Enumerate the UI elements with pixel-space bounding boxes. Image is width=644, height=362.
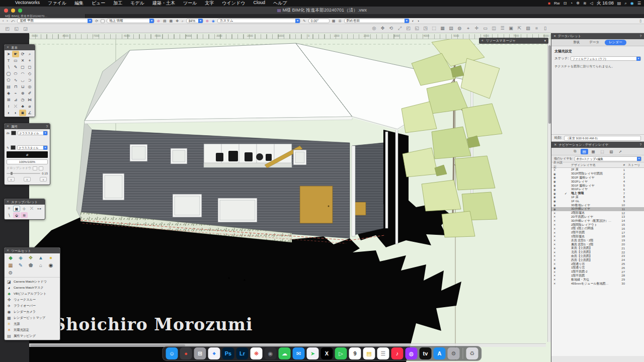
toolset-item[interactable]: ◪ Camera Matchシャドウ xyxy=(5,279,60,285)
visibility-icon[interactable]: ✕ xyxy=(553,168,565,171)
resource-manager-bar[interactable]: « リソースマネージャ ▾ xyxy=(479,38,548,44)
toolset-item[interactable]: ♣ VBビジュアルプラント xyxy=(5,291,60,297)
nav-tab-icon[interactable]: ➚ xyxy=(617,149,624,154)
visibility-icon[interactable]: ✕ xyxy=(553,258,565,261)
mode-icon[interactable]: ◫ xyxy=(491,26,497,31)
toolset-category-icon[interactable]: ⬟ xyxy=(26,261,36,269)
mode-icon[interactable]: ⬚ xyxy=(431,26,437,31)
snap-icon[interactable]: ⌗ xyxy=(6,206,13,212)
toolset-item[interactable]: ☀ 太陽光設定 xyxy=(5,327,60,333)
tool-icon[interactable]: ◻ xyxy=(26,64,33,70)
notes-status-icon[interactable]: ▤ xyxy=(617,1,621,6)
drawing-canvas[interactable]: -9000-8000-7000-6000-5000-4000-3000-2000… xyxy=(29,33,551,362)
pen-style-dropdown[interactable]: クラススタイル▼ xyxy=(17,145,48,150)
photoshop[interactable]: Ps xyxy=(222,347,234,359)
tool-icon[interactable]: ▭ xyxy=(12,57,19,64)
tool-icon[interactable]: ⌀ xyxy=(26,103,33,110)
visibility-icon[interactable]: ✕ xyxy=(553,239,565,242)
menu-icon[interactable]: ≡ xyxy=(554,33,556,39)
tool-icon[interactable]: ⋈ xyxy=(26,97,33,103)
toolset-item[interactable]: ✳ 光源 xyxy=(5,321,60,327)
snap-icon[interactable]: ⬙ xyxy=(13,212,20,218)
wifi-icon[interactable]: ≋ xyxy=(583,1,587,6)
mode-icon[interactable]: ◎ xyxy=(371,26,377,31)
lightroom[interactable]: Lr xyxy=(236,347,249,359)
tool-icon[interactable]: ⊕ xyxy=(19,90,26,97)
toolset-category-icon[interactable]: ❖ xyxy=(26,254,36,261)
tool-icon[interactable]: ◗ xyxy=(12,110,19,116)
mode-icon[interactable]: ✥ xyxy=(379,26,386,31)
menu-item[interactable]: Cloud xyxy=(249,0,269,7)
tool-icon[interactable]: ⊔ xyxy=(19,83,26,90)
menu-item[interactable]: 建築・土木 xyxy=(148,0,179,7)
visibility-icon[interactable]: ✕ xyxy=(553,215,565,218)
tool-icon[interactable]: ⌖ xyxy=(26,57,33,64)
toolset-category-icon[interactable]: ◆ xyxy=(6,254,16,261)
tool-icon[interactable]: ◯ xyxy=(5,70,12,77)
tool-icon[interactable]: ✎ xyxy=(12,64,19,70)
visibility-icon[interactable]: ◉ xyxy=(553,200,565,203)
mode-icon[interactable]: ☰ xyxy=(499,26,506,31)
mode-icon[interactable]: ⇱ xyxy=(516,26,523,31)
nav-tab-icon[interactable]: ▦ xyxy=(590,149,597,154)
close-icon[interactable]: ✕ xyxy=(7,248,9,253)
time-field[interactable]: （東京 3/20 6:00 AM-3） xyxy=(564,136,641,141)
mode-icon[interactable]: ◲ xyxy=(22,26,29,31)
toolset-item[interactable]: ✜ ウォークスルー xyxy=(5,297,60,303)
tool-icon[interactable]: ≀ xyxy=(5,103,12,110)
menu-item[interactable]: ヘルプ xyxy=(269,0,291,7)
toolset-category-icon[interactable]: ⌂ xyxy=(36,261,46,269)
pan-view-icon[interactable]: ✥ xyxy=(175,19,179,23)
visibility-icon[interactable]: ◉ xyxy=(553,204,565,207)
visibility-icon[interactable]: ✕ xyxy=(553,227,565,230)
globe-icon[interactable]: ◑ xyxy=(417,19,420,23)
visibility-icon[interactable]: ✕ xyxy=(553,254,565,257)
mode-icon[interactable]: ◱ xyxy=(414,26,420,31)
toolset-item[interactable]: ▦ レンダービットマップ xyxy=(5,315,60,321)
tool-icon[interactable]: ♣ xyxy=(19,103,26,110)
globe-icon[interactable]: ◐ xyxy=(412,19,415,23)
mode-icon[interactable]: ▣ xyxy=(508,26,514,31)
snap-icon[interactable]: ⊶ xyxy=(36,206,43,212)
tool-icon[interactable]: ◖ xyxy=(5,110,12,116)
tool-icon[interactable]: T xyxy=(5,57,12,64)
fill-swatch[interactable] xyxy=(11,131,16,135)
visibility-eye-icon[interactable]: ◉ xyxy=(211,19,215,23)
panel-toggle-icon[interactable]: ▯ xyxy=(639,19,642,23)
mode-icon[interactable]: ◳ xyxy=(422,26,429,31)
tool-icon[interactable]: ⊃ xyxy=(26,77,33,83)
visibility-icon[interactable]: ◉ xyxy=(553,172,565,175)
nav-tab-icon[interactable]: ⧉ xyxy=(572,149,579,154)
visibility-icon[interactable]: ✕ xyxy=(553,235,565,238)
visibility-icon[interactable]: ✕ xyxy=(553,247,565,250)
back-icon[interactable]: ‹ xyxy=(2,19,4,23)
visibility-icon[interactable]: ✕ xyxy=(553,270,565,274)
podcasts[interactable]: ◍ xyxy=(406,347,418,359)
settings[interactable]: ⚙ xyxy=(448,347,460,359)
tool-icon[interactable]: ▢ xyxy=(19,64,26,70)
siri-icon[interactable]: ◉ xyxy=(630,1,634,6)
finder[interactable]: ☺ xyxy=(166,347,178,359)
navigation-palette-header[interactable]: ✕ ナビゲーション - デザインレイヤ ? xyxy=(551,142,644,148)
snap-icon[interactable]: ⤫ xyxy=(28,206,35,212)
standard-view-dropdown[interactable]: 斜め右前▼ xyxy=(344,19,410,23)
tool-icon[interactable]: ◡ xyxy=(19,77,26,83)
collapse-icon[interactable]: « xyxy=(481,38,484,44)
rotate-icon[interactable]: ✎ xyxy=(302,19,306,23)
mode-icon[interactable]: ▯ xyxy=(542,26,548,31)
attr-menu-left[interactable]: ∨ xyxy=(8,177,15,182)
opacity-field[interactable]: 100%/100% xyxy=(7,159,48,164)
visibility-icon[interactable]: ✕ xyxy=(553,231,565,234)
mode-icon[interactable]: ▭ xyxy=(482,26,489,31)
calendar[interactable]: 9 xyxy=(349,347,361,359)
rw-app-icon[interactable]: Rw xyxy=(554,1,560,6)
tool-icon[interactable]: ◈ xyxy=(5,90,12,97)
messages[interactable]: ☁ xyxy=(279,347,291,359)
time-machine-icon[interactable]: ◔ xyxy=(570,1,573,6)
visibility-icon[interactable]: ✕ xyxy=(553,219,565,222)
close-icon[interactable]: ✕ xyxy=(554,142,556,148)
palette-header[interactable]: ✕ スナップパレット xyxy=(5,199,45,205)
zoom-level-field[interactable]: 84%▼ xyxy=(186,19,203,23)
menu-item[interactable]: ファイル xyxy=(44,0,70,7)
mode-icon[interactable]: ◱ xyxy=(13,26,20,31)
